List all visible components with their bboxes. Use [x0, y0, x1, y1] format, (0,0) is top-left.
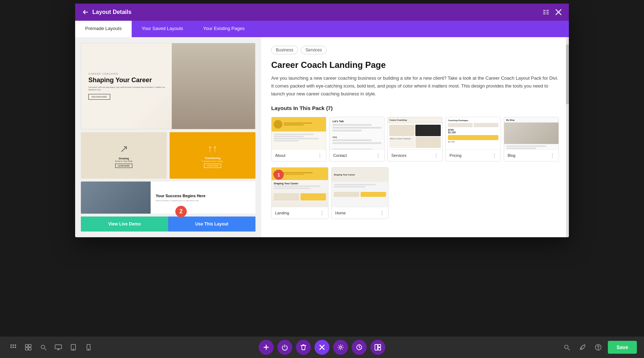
card-grow-subtitle: Grow In Your Role — [115, 160, 133, 162]
layouts-grid-row2: 1 Shaping Your Ca — [271, 167, 559, 219]
svg-rect-13 — [29, 344, 31, 347]
preview-bottom-image — [81, 182, 151, 214]
layout-card-landing[interactable]: 1 Shaping Your Ca — [271, 167, 328, 219]
toolbar-search-right-icon[interactable] — [561, 341, 573, 353]
preview-actions: View Live Demo Use This Layout — [81, 217, 255, 232]
layout-menu-home[interactable]: ⋮ — [380, 210, 385, 216]
layout-card-pricing[interactable]: Coaching Packages $789 $1,199 $1,799 — [445, 117, 501, 161]
detail-tags: Business Services — [271, 46, 559, 54]
sort-icon[interactable] — [542, 9, 550, 16]
tag-services[interactable]: Services — [301, 46, 327, 54]
svg-rect-4 — [543, 14, 546, 14]
preview-hero-btn: DISCOVER MORE — [88, 94, 110, 100]
back-arrow-icon[interactable] — [82, 9, 89, 15]
layout-menu-blog[interactable]: ⋮ — [550, 153, 555, 158]
layout-card-blog[interactable]: My Blog Blog ⋮ — [504, 117, 559, 161]
tag-business[interactable]: Business — [271, 46, 298, 54]
toolbar-grid-icon[interactable] — [22, 341, 34, 353]
svg-point-8 — [15, 344, 16, 346]
detail-scrollbar[interactable] — [566, 37, 569, 237]
toolbar-leaf-icon[interactable] — [576, 341, 589, 353]
layout-thumb-services: Career Coaching What is Career Coaching? — [388, 117, 442, 149]
layout-menu-contact[interactable]: ⋮ — [376, 153, 381, 158]
app-wrapper: Layout Details — [0, 0, 644, 358]
toolbar-center — [259, 340, 385, 355]
svg-point-16 — [41, 345, 45, 349]
toolbar-layout-btn[interactable] — [370, 340, 385, 355]
svg-point-19 — [73, 349, 74, 350]
modal: Layout Details — [75, 4, 569, 237]
toolbar-power-btn[interactable] — [277, 340, 292, 355]
tab-premade-layouts[interactable]: Premade Layouts — [75, 21, 132, 37]
layout-menu-about[interactable]: ⋮ — [317, 153, 322, 158]
about-top-bar — [272, 117, 326, 131]
svg-point-29 — [598, 348, 599, 349]
layout-card-contact[interactable]: Let's Talk FAQ — [329, 117, 384, 161]
svg-point-10 — [13, 347, 14, 348]
tab-existing-pages[interactable]: Your Existing Pages — [193, 21, 255, 37]
svg-point-21 — [88, 349, 89, 350]
toolbar-tablet-icon[interactable] — [67, 341, 79, 353]
save-button[interactable]: Save — [608, 341, 637, 354]
card-transition-subtitle: Transition Your Career — [202, 160, 223, 162]
modal-title: Layout Details — [92, 9, 131, 15]
tab-saved-layouts[interactable]: Your Saved Layouts — [132, 21, 193, 37]
modal-header-right — [542, 9, 562, 16]
svg-point-11 — [15, 347, 16, 348]
modal-body: CAREER COACHING Shaping Your Career Ferm… — [75, 37, 569, 237]
preview-hero-label: CAREER COACHING — [88, 73, 170, 75]
layout-card-home[interactable]: Shaping Your Career — [331, 167, 389, 219]
toolbar-settings-btn[interactable] — [333, 340, 348, 355]
layout-menu-pricing[interactable]: ⋮ — [492, 153, 497, 158]
modal-header-left: Layout Details — [82, 9, 131, 15]
svg-rect-24 — [375, 344, 377, 350]
layout-card-about[interactable]: About ⋮ — [271, 117, 326, 161]
use-layout-button[interactable]: Use This Layout — [168, 217, 255, 232]
toolbar-search-icon[interactable] — [37, 341, 49, 353]
layout-menu-services[interactable]: ⋮ — [434, 153, 439, 158]
layout-name-about: About — [275, 153, 286, 158]
svg-point-27 — [565, 345, 568, 349]
card-grow-btn: LEARN MORE — [115, 164, 132, 168]
preview-hero-text: Fermentum nulla non justo aliquot, quis … — [88, 86, 170, 91]
toolbar-mobile-icon[interactable] — [82, 341, 94, 353]
svg-point-9 — [10, 347, 12, 348]
layout-card-services[interactable]: Career Coaching What is Career Coaching?… — [387, 117, 443, 161]
view-demo-button[interactable]: View Live Demo — [81, 217, 168, 232]
detail-title: Career Coach Landing Page — [271, 60, 559, 70]
arrow-up-icon: ↗ — [120, 143, 128, 155]
badge-2: 2 — [175, 206, 187, 217]
close-icon[interactable] — [555, 9, 562, 15]
layout-name-home: Home — [335, 211, 346, 215]
scrollbar-thumb — [566, 44, 569, 104]
preview-card-transition: ↑↑ Transitioning Transition Your Career … — [170, 132, 255, 179]
toolbar-desktop-icon[interactable] — [52, 341, 64, 353]
preview-secondary-cards: ↗ Growing Grow In Your Role LEARN MORE ↑… — [81, 132, 255, 179]
layout-menu-landing[interactable]: ⋮ — [319, 210, 325, 216]
toolbar-right: Save — [561, 341, 637, 354]
layout-name-pricing: Pricing — [449, 153, 462, 158]
svg-rect-3 — [546, 12, 549, 13]
svg-rect-2 — [543, 12, 546, 13]
layout-thumb-home: Shaping Your Career — [332, 168, 388, 207]
layout-footer-blog: Blog ⋮ — [504, 149, 558, 161]
toolbar-trash-btn[interactable] — [296, 340, 311, 355]
toolbar-menu-icon[interactable] — [7, 341, 19, 353]
toolbar-close-btn[interactable] — [314, 340, 330, 355]
layout-name-blog: Blog — [508, 153, 516, 158]
svg-rect-26 — [378, 348, 381, 350]
svg-point-22 — [340, 346, 342, 348]
modal-overlay: Layout Details — [0, 0, 644, 358]
toolbar-help-icon[interactable] — [592, 341, 604, 353]
card-transition-title: Transitioning — [205, 156, 220, 160]
layout-thumb-blog: My Blog — [504, 117, 558, 149]
svg-rect-0 — [543, 10, 546, 11]
svg-rect-25 — [378, 344, 381, 347]
preview-bottom-text-area: Your Success Begins Here Vivamus et grav… — [151, 182, 255, 214]
svg-rect-15 — [29, 348, 31, 350]
toolbar-history-btn[interactable] — [352, 340, 367, 355]
svg-rect-12 — [25, 344, 28, 347]
layout-footer-contact: Contact ⋮ — [330, 149, 384, 161]
preview-panel: CAREER COACHING Shaping Your Career Ferm… — [75, 37, 261, 237]
toolbar-add-btn[interactable] — [259, 340, 274, 355]
